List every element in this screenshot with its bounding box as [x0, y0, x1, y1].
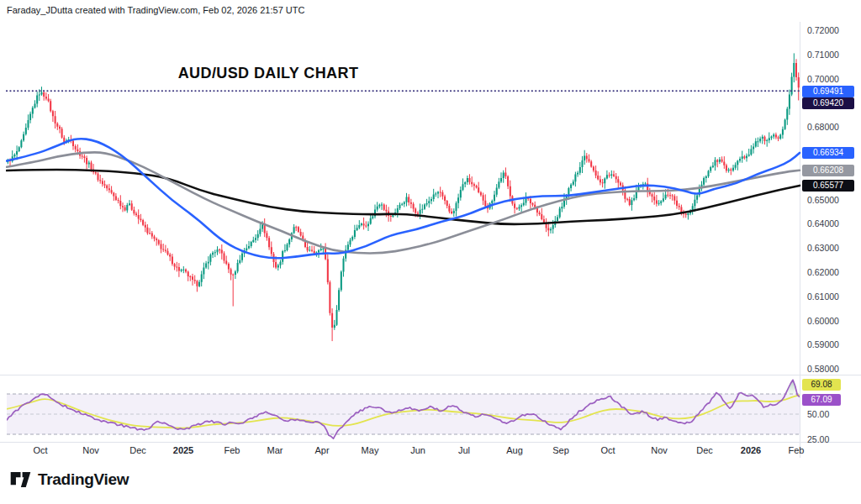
time-axis-label: May [362, 445, 379, 455]
time-axis-label: Oct [33, 445, 47, 455]
ma-mid-gray [7, 152, 800, 253]
rsi-badge: 67.09 [802, 394, 841, 406]
time-axis-label: Oct [600, 445, 615, 455]
price-axis-label: 0.70000 [807, 74, 839, 84]
price-badge: 0.69420 [802, 97, 854, 109]
time-axis-label: 2025 [173, 445, 193, 455]
ma-fast-blue [7, 139, 800, 258]
chart-title: AUD/USD DAILY CHART [174, 65, 362, 82]
price-axis-label: 0.71000 [807, 50, 839, 60]
price-axis-label: 0.63000 [807, 243, 839, 253]
time-axis-label: Nov [651, 445, 668, 455]
time-axis-label: Sep [552, 445, 569, 455]
price-badge: 0.66934 [802, 147, 854, 159]
tradingview-mark-icon [10, 470, 31, 489]
chart-canvas[interactable] [0, 0, 861, 504]
ma-slow-black [7, 170, 800, 224]
tradingview-watermark: TradingView [10, 470, 129, 489]
moving-averages [7, 139, 800, 258]
price-axis-label: 0.62000 [807, 267, 839, 277]
time-axis-label: Jul [458, 445, 470, 455]
price-axis-label: 0.64000 [807, 218, 839, 228]
time-axis-label: Dec [696, 445, 713, 455]
tradingview-chart-page: Faraday_JDutta created with TradingView.… [0, 0, 861, 504]
tradingview-watermark-label: TradingView [38, 470, 129, 489]
time-axis-label: Feb [224, 445, 240, 455]
time-axis-label: Mar [267, 445, 283, 455]
price-axis-label: 0.61000 [807, 291, 839, 302]
price-badge: 0.66208 [802, 165, 854, 176]
price-axis-label: 0.65000 [807, 195, 839, 205]
time-axis-label: Feb [789, 445, 805, 455]
time-axis-label: Dec [129, 445, 146, 455]
price-badge: 0.65577 [802, 180, 854, 192]
rsi-badge: 69.08 [802, 379, 841, 391]
price-axis-label: 0.60000 [807, 316, 839, 326]
candlestick-series [8, 53, 798, 341]
rsi-axis-label: 50.00 [807, 409, 829, 419]
rsi-axis-label: 25.00 [807, 434, 829, 444]
price-axis-label: 0.59000 [807, 339, 839, 349]
price-axis-label: 0.72000 [807, 25, 839, 35]
time-axis-label: Aug [506, 445, 523, 455]
price-axis-label: 0.68000 [807, 122, 839, 132]
time-axis-label: 2026 [741, 445, 761, 455]
price-badge: 0.69491 [802, 86, 854, 97]
time-axis-label: Apr [314, 445, 329, 455]
time-axis-label: Nov [82, 445, 99, 455]
price-axis-label: 0.58000 [807, 364, 839, 374]
time-axis-label: Jun [410, 445, 425, 455]
